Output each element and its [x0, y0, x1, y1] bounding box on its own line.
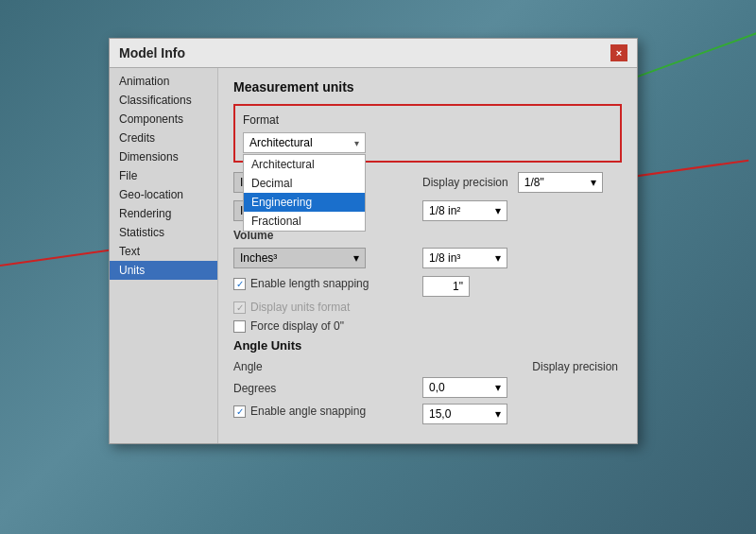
- length-precision-select[interactable]: 1/8" ▾: [518, 172, 603, 193]
- angle-precision-value: 0,0: [429, 381, 445, 394]
- enable-length-snapping-row: ✓ Enable length snapping: [233, 277, 422, 290]
- angle-snapping-right: 15,0 ▾: [422, 404, 507, 424]
- enable-length-snapping-checkbox[interactable]: ✓: [233, 278, 246, 290]
- angle-precision-arrow: ▾: [495, 381, 501, 394]
- sidebar-item-rendering[interactable]: Rendering: [110, 204, 217, 223]
- sidebar-item-animation[interactable]: Animation: [110, 72, 217, 91]
- sidebar-item-units[interactable]: Units: [110, 261, 217, 280]
- area-precision-value: 1/8 in²: [429, 204, 460, 217]
- volume-right: 1/8 in³ ▾: [422, 248, 507, 268]
- display-units-format-checkbox[interactable]: ✓: [233, 301, 246, 314]
- volume-precision-arrow: ▾: [495, 251, 501, 265]
- display-units-format-row: ✓ Display units format: [233, 301, 622, 314]
- display-units-format-label: Display units format: [250, 301, 350, 314]
- angle-snapping-left: ✓ Enable angle snapping: [233, 405, 422, 423]
- enable-angle-snapping-label: Enable angle snapping: [250, 405, 366, 418]
- display-precision-label: Display precision: [422, 176, 508, 189]
- volume-unit-arrow: ▾: [353, 251, 359, 265]
- angle-precision-col-label: Display precision: [532, 360, 618, 373]
- format-box: Format Architectural ▾ Architectural Dec…: [233, 104, 622, 163]
- dialog-title: Model Info: [119, 45, 185, 60]
- length-snapping-row: ✓ Enable length snapping 1": [233, 276, 622, 297]
- enable-angle-snapping-checkbox[interactable]: ✓: [233, 405, 246, 418]
- volume-precision-select[interactable]: 1/8 in³ ▾: [422, 248, 507, 268]
- check-icon: ✓: [236, 279, 244, 289]
- check-icon-2: ✓: [236, 302, 244, 313]
- length-precision-value: 1/8": [524, 176, 544, 189]
- angle-snapping-value-select[interactable]: 15,0 ▾: [422, 404, 507, 424]
- sidebar: Animation Classifications Components Cre…: [110, 68, 218, 443]
- sidebar-item-statistics[interactable]: Statistics: [110, 223, 217, 242]
- length-snapping-value: 1": [422, 276, 470, 297]
- sidebar-item-dimensions[interactable]: Dimensions: [110, 147, 217, 166]
- volume-precision-value: 1/8 in³: [429, 251, 460, 265]
- volume-unit-select[interactable]: Inches³ ▾: [233, 248, 366, 268]
- area-right: 1/8 in² ▾: [422, 200, 507, 221]
- enable-length-snapping-label: Enable length snapping: [250, 277, 369, 290]
- dropdown-item-engineering[interactable]: Engineering: [244, 193, 365, 212]
- section-title: Measurement units: [233, 79, 622, 95]
- sidebar-item-credits[interactable]: Credits: [110, 129, 217, 147]
- format-dropdown: Architectural Decimal Engineering Fracti…: [243, 154, 366, 232]
- force-display-row: Force display of 0": [233, 319, 622, 333]
- angle-unit-right: 0,0 ▾: [422, 377, 507, 398]
- format-select[interactable]: Architectural ▾: [243, 132, 366, 153]
- format-label: Format: [243, 113, 612, 127]
- sidebar-item-text[interactable]: Text: [110, 242, 217, 261]
- format-arrow-icon: ▾: [354, 138, 359, 148]
- dropdown-item-fractional[interactable]: Fractional: [244, 212, 365, 231]
- length-precision-arrow: ▾: [591, 176, 596, 189]
- volume-unit-value: Inches³: [240, 251, 277, 265]
- angle-precision-select[interactable]: 0,0 ▾: [422, 377, 507, 398]
- check-icon-3: ✓: [236, 406, 244, 417]
- close-button[interactable]: ×: [610, 44, 627, 61]
- sidebar-item-file[interactable]: File: [110, 166, 217, 185]
- angle-units-title: Angle Units: [233, 338, 622, 353]
- area-precision-select[interactable]: 1/8 in² ▾: [422, 200, 507, 221]
- sidebar-item-components[interactable]: Components: [110, 110, 217, 129]
- dropdown-item-decimal[interactable]: Decimal: [244, 174, 365, 193]
- degrees-label: Degrees: [233, 382, 276, 395]
- force-display-checkbox[interactable]: [233, 320, 246, 333]
- dialog-titlebar: Model Info ×: [110, 39, 637, 68]
- volume-left: Inches³ ▾: [233, 248, 422, 268]
- angle-snapping-row: ✓ Enable angle snapping 15,0 ▾: [233, 404, 622, 424]
- length-snapping-left: ✓ Enable length snapping: [233, 277, 422, 296]
- area-precision-arrow: ▾: [495, 204, 501, 217]
- angle-unit-row: Degrees 0,0 ▾: [233, 377, 622, 398]
- dropdown-item-architectural[interactable]: Architectural: [244, 155, 365, 174]
- angle-unit-left: Degrees: [233, 381, 422, 395]
- angle-col-label: Angle: [233, 360, 422, 373]
- sidebar-item-geo-location[interactable]: Geo-location: [110, 185, 217, 204]
- model-info-dialog: Model Info × Animation Classifications C…: [109, 38, 638, 444]
- main-content: Measurement units Format Architectural ▾…: [218, 68, 637, 443]
- angle-snapping-arrow: ▾: [495, 407, 501, 421]
- dialog-body: Animation Classifications Components Cre…: [110, 68, 637, 443]
- length-snapping-right: 1": [422, 276, 470, 297]
- format-selected-value: Architectural: [249, 136, 313, 149]
- angle-header-row: Angle Display precision: [233, 360, 622, 373]
- angle-snapping-value: 15,0: [429, 407, 451, 421]
- enable-angle-snapping-row: ✓ Enable angle snapping: [233, 405, 422, 418]
- length-right: Display precision 1/8" ▾: [422, 172, 603, 193]
- sidebar-item-classifications[interactable]: Classifications: [110, 91, 217, 110]
- force-display-label: Force display of 0": [250, 319, 344, 333]
- volume-row: Inches³ ▾ 1/8 in³ ▾: [233, 248, 622, 268]
